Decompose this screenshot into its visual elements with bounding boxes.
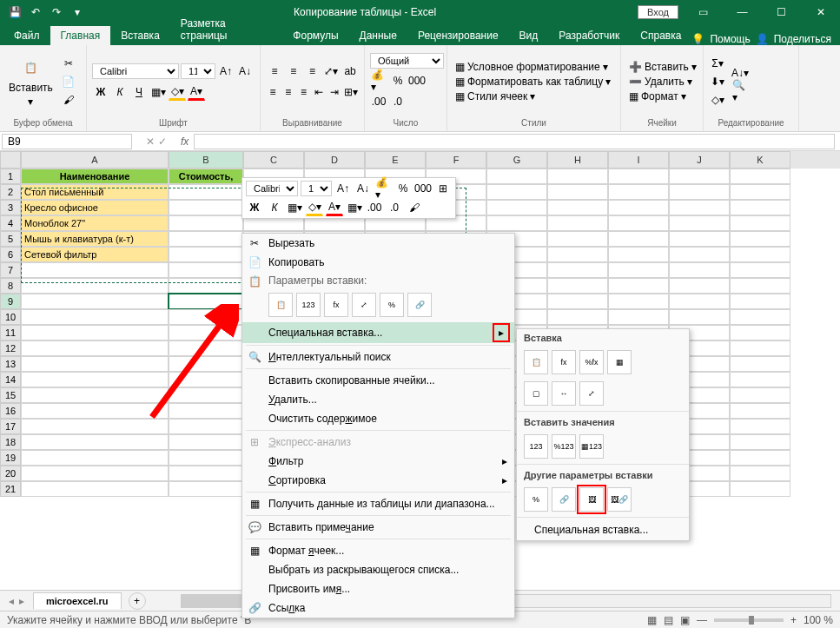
view-pagebreak-icon[interactable]: ▣ <box>680 614 690 626</box>
col-header[interactable]: J <box>669 151 730 169</box>
sub-link-icon[interactable]: 🔗 <box>552 487 576 512</box>
cell[interactable] <box>169 325 243 340</box>
mini-shrink-font-icon[interactable]: A↓ <box>354 180 372 197</box>
fx-icon[interactable]: fx <box>175 136 194 148</box>
ctx-smart-lookup[interactable]: 🔍Интеллектуальный поиск <box>242 347 514 367</box>
paste-formatting-icon[interactable]: % <box>380 293 404 317</box>
cell[interactable] <box>21 325 169 340</box>
ctx-insert-copied[interactable]: Вставить скопированные ячейки... <box>242 371 514 390</box>
delete-cells-button[interactable]: ➖Удалить▾ <box>626 75 698 89</box>
cell[interactable] <box>21 356 169 372</box>
cell[interactable] <box>169 372 243 387</box>
cell[interactable] <box>608 278 669 294</box>
cell[interactable] <box>169 403 243 419</box>
row-header[interactable]: 3 <box>0 200 21 215</box>
mini-comma-icon[interactable]: 000 <box>414 180 432 197</box>
cell[interactable] <box>21 450 169 466</box>
sub-paste-fxfmt-icon[interactable]: %fx <box>579 350 604 374</box>
qat-dropdown-icon[interactable]: ▾ <box>68 3 87 22</box>
cell[interactable] <box>730 419 790 434</box>
cell[interactable] <box>486 215 547 231</box>
ctx-paste-special[interactable]: Специальная вставка...▸ <box>242 322 514 343</box>
row-header[interactable]: 17 <box>0 419 21 434</box>
fill-icon[interactable]: ⬇▾ <box>709 73 726 90</box>
ctx-table-data[interactable]: ▦Получить данные из таблицы или диапазон… <box>242 494 514 513</box>
undo-icon[interactable]: ↶ <box>26 3 45 22</box>
cell[interactable] <box>21 403 169 419</box>
cell[interactable]: Стол письменный <box>21 184 169 200</box>
mini-format-painter-icon[interactable]: 🖌 <box>406 199 423 216</box>
cell[interactable] <box>169 387 243 403</box>
cell[interactable] <box>608 169 669 184</box>
sub-values-fmt-icon[interactable]: %123 <box>552 434 576 459</box>
sub-picture-icon[interactable]: 🖼 <box>579 487 604 512</box>
zoom-in-icon[interactable]: + <box>790 614 797 626</box>
clear-icon[interactable]: ◇▾ <box>709 91 726 109</box>
cell[interactable] <box>730 403 790 419</box>
cell[interactable]: Стоимость, <box>169 169 243 184</box>
mini-borders2-icon[interactable]: ▦▾ <box>346 199 363 216</box>
format-cells-button[interactable]: ▦Формат▾ <box>626 89 698 103</box>
mini-borders-icon[interactable]: ▦▾ <box>286 199 303 216</box>
cell[interactable] <box>169 340 243 356</box>
cell[interactable] <box>730 262 790 278</box>
col-header[interactable]: B <box>169 151 243 169</box>
cell[interactable] <box>730 356 790 372</box>
cell[interactable]: Кресло офисное <box>21 200 169 215</box>
cell[interactable]: Наименование <box>21 169 169 184</box>
redo-icon[interactable]: ↷ <box>47 3 66 22</box>
cell[interactable] <box>669 231 730 247</box>
format-table-button[interactable]: ▦Форматировать как таблицу▾ <box>453 75 615 89</box>
cell[interactable] <box>169 215 243 231</box>
ctx-copy[interactable]: 📄Копировать <box>242 253 514 272</box>
align-left-icon[interactable]: ≡ <box>266 83 280 101</box>
fill-color-icon[interactable]: ◇▾ <box>169 83 186 101</box>
cell[interactable] <box>169 262 243 278</box>
cell[interactable] <box>669 262 730 278</box>
cell[interactable] <box>730 169 790 184</box>
shrink-font-icon[interactable]: A↓ <box>236 63 254 80</box>
ctx-filter[interactable]: Фильтр▸ <box>242 452 514 471</box>
zoom-out-icon[interactable]: — <box>697 614 707 626</box>
dec-decimal-icon[interactable]: .0 <box>389 93 407 110</box>
cell[interactable] <box>21 466 169 481</box>
inc-decimal-icon[interactable]: .00 <box>370 93 387 110</box>
cell-styles-button[interactable]: ▦Стили ячеек▾ <box>453 89 615 103</box>
cell[interactable] <box>608 215 669 231</box>
row-header[interactable]: 14 <box>0 372 21 387</box>
format-painter-icon[interactable]: 🖌 <box>60 91 77 109</box>
italic-button[interactable]: К <box>111 83 129 101</box>
ctx-format-cells[interactable]: ▦Формат ячеек... <box>242 541 514 560</box>
paste-values-icon[interactable]: 123 <box>296 293 321 317</box>
cell[interactable] <box>169 419 243 434</box>
col-header[interactable]: G <box>486 151 547 169</box>
cell[interactable] <box>608 231 669 247</box>
cell[interactable] <box>169 481 243 497</box>
sheet-nav-prev-icon[interactable]: ◂ <box>9 595 14 607</box>
cell[interactable] <box>669 184 730 200</box>
row-header[interactable]: 4 <box>0 215 21 231</box>
cell[interactable] <box>669 294 730 309</box>
formula-bar[interactable] <box>194 134 835 149</box>
sub-formatting-icon[interactable]: % <box>524 487 548 512</box>
ctx-clear[interactable]: Очистить содержимое <box>242 409 514 428</box>
wrap-text-icon[interactable]: ab <box>341 63 359 80</box>
cell[interactable] <box>547 200 608 215</box>
sub-values-srcfmt-icon[interactable]: ▦123 <box>579 434 604 459</box>
cell[interactable] <box>21 340 169 356</box>
col-header[interactable]: I <box>608 151 669 169</box>
cell[interactable] <box>730 466 790 481</box>
cell[interactable] <box>730 215 790 231</box>
row-header[interactable]: 7 <box>0 262 21 278</box>
cell[interactable] <box>608 262 669 278</box>
cell[interactable]: Сетевой фильтр <box>21 247 169 262</box>
row-header[interactable]: 20 <box>0 466 21 481</box>
sheet-nav-next-icon[interactable]: ▸ <box>19 595 24 607</box>
paste-transpose-icon[interactable]: ⤢ <box>352 293 376 317</box>
col-header[interactable]: E <box>365 151 426 169</box>
cell[interactable] <box>169 294 243 309</box>
tab-layout[interactable]: Разметка страницы <box>170 14 283 45</box>
font-size-select[interactable]: 11 <box>181 63 215 79</box>
sub-paste-all-icon[interactable]: 📋 <box>524 350 548 374</box>
cell[interactable] <box>730 372 790 387</box>
